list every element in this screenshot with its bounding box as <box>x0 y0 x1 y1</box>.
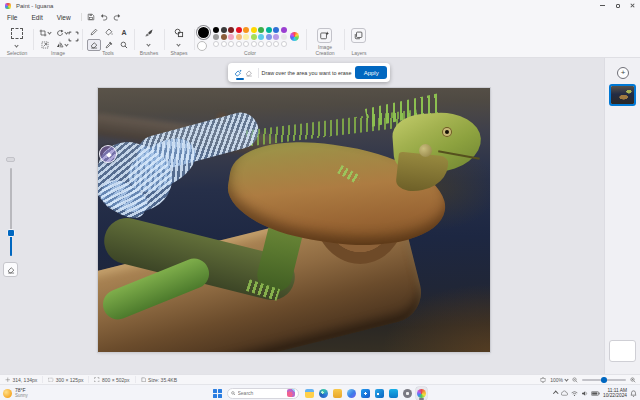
pencil-tool-button[interactable] <box>87 26 101 38</box>
maximize-button[interactable] <box>610 0 625 11</box>
palette-swatch[interactable] <box>251 34 257 40</box>
zoom-out-icon[interactable] <box>572 377 578 383</box>
save-button[interactable] <box>85 12 98 22</box>
palette-swatch[interactable] <box>258 27 264 33</box>
layers-button[interactable] <box>351 28 366 43</box>
fill-tool-button[interactable] <box>102 26 116 38</box>
remove-erase-area-button[interactable] <box>244 66 255 80</box>
palette-swatch[interactable] <box>243 27 249 33</box>
brushes-button[interactable] <box>144 28 154 38</box>
select-all-button[interactable] <box>68 31 79 42</box>
palette-swatch[interactable] <box>243 34 249 40</box>
palette-swatch[interactable] <box>273 34 279 40</box>
close-button[interactable] <box>625 0 640 11</box>
windows-taskbar: 78°F Sunny 11:11 AM 10/22/2024 <box>0 384 640 400</box>
palette-swatch[interactable] <box>228 34 234 40</box>
file-size-status: Size: 35.4KB <box>136 376 182 383</box>
settings-icon[interactable] <box>402 387 413 400</box>
search-input[interactable] <box>238 389 278 397</box>
flip-icon <box>56 41 64 49</box>
shapes-dropdown-chevron-icon[interactable] <box>176 42 180 46</box>
zoom-level-dropdown[interactable]: 100% <box>550 377 568 383</box>
tray-chevron-up-icon[interactable] <box>554 392 559 397</box>
palette-empty-slot[interactable] <box>213 41 219 47</box>
onedrive-cloud-icon[interactable] <box>561 390 568 397</box>
palette-swatch[interactable] <box>228 27 234 33</box>
palette-swatch[interactable] <box>281 34 287 40</box>
file-explorer-icon[interactable] <box>304 387 315 400</box>
weather-widget[interactable]: 78°F Sunny <box>3 386 28 400</box>
wifi-icon[interactable] <box>571 390 578 397</box>
notification-bell-icon[interactable] <box>630 390 637 397</box>
size-slider-thumb[interactable] <box>7 229 15 237</box>
start-button[interactable] <box>213 389 222 398</box>
palette-swatch[interactable] <box>258 34 264 40</box>
palette-swatch[interactable] <box>273 27 279 33</box>
selection-group: Selection <box>2 24 32 57</box>
palette-swatch[interactable] <box>281 27 287 33</box>
add-erase-area-button[interactable] <box>233 66 244 80</box>
menu-edit[interactable]: Edit <box>24 14 49 21</box>
palette-empty-slot[interactable] <box>228 41 234 47</box>
taskbar-search[interactable] <box>227 388 299 399</box>
primary-color-swatch[interactable] <box>198 27 209 38</box>
erase-bar-divider <box>258 68 259 78</box>
palette-empty-slot[interactable] <box>236 41 242 47</box>
zoom-slider[interactable] <box>582 376 626 383</box>
palette-empty-slot[interactable] <box>281 41 287 47</box>
image-creation-button[interactable] <box>317 28 332 43</box>
window-title: Paint - Iguana <box>16 3 53 9</box>
canvas-image[interactable] <box>98 88 490 352</box>
menu-view[interactable]: View <box>50 14 78 21</box>
fit-to-screen-icon[interactable] <box>540 377 546 383</box>
search-highlight-image[interactable] <box>287 389 295 397</box>
minimize-button[interactable] <box>595 0 610 11</box>
palette-empty-slot[interactable] <box>243 41 249 47</box>
selection-tool-button[interactable] <box>11 28 23 39</box>
palette-empty-slot[interactable] <box>251 41 257 47</box>
palette-swatch[interactable] <box>213 27 219 33</box>
palette-swatch[interactable] <box>236 27 242 33</box>
paint-icon[interactable] <box>416 387 427 400</box>
volume-icon[interactable] <box>581 390 588 397</box>
zoom-in-icon[interactable] <box>630 377 636 383</box>
palette-empty-slot[interactable] <box>221 41 227 47</box>
edit-colors-button[interactable] <box>290 32 299 41</box>
add-layer-button[interactable]: + <box>617 67 629 79</box>
eraser-size-button[interactable] <box>3 262 18 277</box>
palette-swatch[interactable] <box>221 34 227 40</box>
palette-swatch[interactable] <box>236 34 242 40</box>
layer-thumbnail-selected[interactable] <box>609 84 636 106</box>
store-icon[interactable] <box>388 387 399 400</box>
copilot-icon[interactable] <box>346 387 357 400</box>
photos-icon[interactable] <box>360 387 371 400</box>
palette-swatch[interactable] <box>266 34 272 40</box>
battery-icon[interactable] <box>591 390 600 397</box>
resize-button[interactable] <box>37 39 53 50</box>
palette-empty-slot[interactable] <box>258 41 264 47</box>
undo-button[interactable] <box>98 12 111 22</box>
palette-swatch[interactable] <box>213 34 219 40</box>
brushes-dropdown-chevron-icon[interactable] <box>146 42 150 46</box>
folder-icon[interactable] <box>332 387 343 400</box>
palette-empty-slot[interactable] <box>266 41 272 47</box>
palette-swatch[interactable] <box>251 27 257 33</box>
selection-dropdown-chevron-icon[interactable] <box>14 43 18 47</box>
background-layer-thumbnail[interactable] <box>609 340 636 362</box>
image-group: Image <box>35 24 81 57</box>
taskbar-clock[interactable]: 11:11 AM 10/22/2024 <box>603 388 627 399</box>
menu-file[interactable]: File <box>0 14 24 21</box>
redo-button[interactable] <box>111 12 124 22</box>
palette-row-1 <box>213 27 287 33</box>
selection-group-label: Selection <box>2 50 32 56</box>
text-tool-button[interactable]: A <box>117 26 131 38</box>
shapes-button[interactable] <box>174 28 184 38</box>
crop-button[interactable] <box>37 27 53 38</box>
outlook-icon[interactable] <box>374 387 385 400</box>
magnifier-icon <box>120 41 128 49</box>
palette-swatch[interactable] <box>266 27 272 33</box>
palette-swatch[interactable] <box>221 27 227 33</box>
apply-button[interactable]: Apply <box>355 66 387 79</box>
edge-icon[interactable] <box>318 387 329 400</box>
palette-empty-slot[interactable] <box>273 41 279 47</box>
